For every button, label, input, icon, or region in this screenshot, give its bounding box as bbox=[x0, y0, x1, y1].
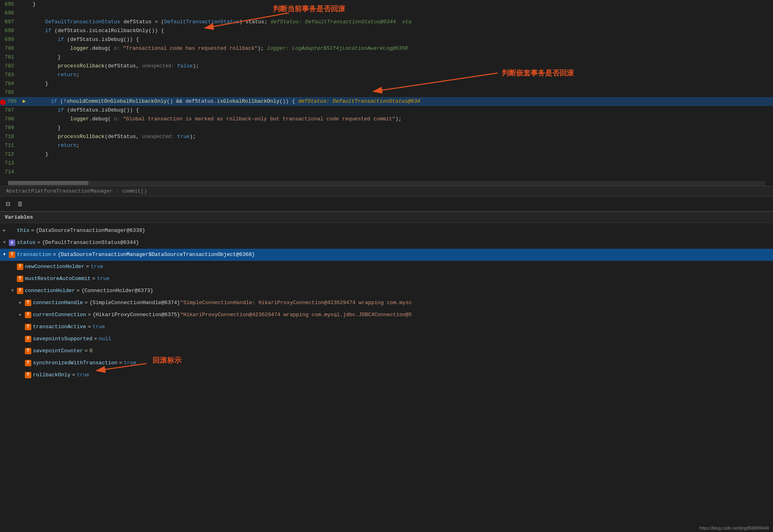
footer-url: https://blog.csdn.net/jing956899449 bbox=[699, 526, 769, 530]
toolbar-icon-1[interactable]: ⊟ bbox=[4, 200, 12, 208]
code-line-697: 697 DefaultTransactionStatus defStatus =… bbox=[0, 18, 773, 26]
var-row-connectionHolder[interactable]: ▼ f connectionHolder = {ConnectionHolder… bbox=[0, 285, 773, 297]
var-row-transactionActive[interactable]: f transactionActive = true bbox=[0, 321, 773, 333]
variable-tree: ▶ this = {DataSourceTransactionManager@6… bbox=[0, 223, 773, 383]
editor-scrollbar[interactable] bbox=[8, 181, 765, 186]
breakpoint-icon bbox=[0, 99, 6, 105]
var-row-savepointCounter[interactable]: f savepointCounter = 0 bbox=[0, 345, 773, 357]
var-row-transaction[interactable]: ▼ f transaction = {DataSourceTransaction… bbox=[0, 249, 773, 261]
toolbar-icon-2[interactable]: ≣ bbox=[16, 200, 24, 208]
breadcrumb-method: commit() bbox=[122, 188, 147, 194]
code-line-695: 695 } bbox=[0, 0, 773, 9]
breadcrumb-class: AbstractPlatformTransactionManager bbox=[6, 188, 112, 194]
variables-header: Variables bbox=[0, 212, 773, 223]
code-line-699: 699 if (defStatus.isDebug()) { bbox=[0, 35, 773, 44]
var-row-currentConnection[interactable]: ▶ f currentConnection = {HikariProxyConn… bbox=[0, 309, 773, 321]
code-line-704: 704 } bbox=[0, 79, 773, 88]
code-line-706: 706 ▶ if (!shouldCommitOnGlobalRollbackO… bbox=[0, 97, 773, 106]
debug-toolbar: ⊟ ≣ bbox=[0, 196, 773, 211]
code-line-714: 714 bbox=[0, 168, 773, 177]
var-row-rollbackOnly[interactable]: f rollbackOnly = true bbox=[0, 369, 773, 381]
code-line-702: 702 processRollback(defStatus, unexpecte… bbox=[0, 62, 773, 71]
code-line-709: 709 } bbox=[0, 124, 773, 132]
code-line-713: 713 bbox=[0, 159, 773, 168]
var-row-newConnectionHolder[interactable]: f newConnectionHolder = true bbox=[0, 261, 773, 273]
code-line-698: 698 if (defStatus.isLocalRollbackOnly())… bbox=[0, 26, 773, 35]
code-line-696: 696 bbox=[0, 9, 773, 18]
var-row-status[interactable]: ▼ p status = {DefaultTransactionStatus@6… bbox=[0, 237, 773, 249]
variables-panel: Variables ▶ this = {DataSourceTransactio… bbox=[0, 211, 773, 412]
code-line-700: 700 logger.debug( o: "Transactional code… bbox=[0, 44, 773, 53]
code-line-705: 705 bbox=[0, 88, 773, 97]
scrollbar-thumb[interactable] bbox=[8, 181, 88, 185]
code-line-701: 701 } bbox=[0, 53, 773, 62]
code-line-703: 703 return; bbox=[0, 71, 773, 79]
code-line-710: 710 processRollback(defStatus, unexpecte… bbox=[0, 132, 773, 141]
code-line-707: 707 if (defStatus.isDebug()) { bbox=[0, 106, 773, 115]
code-line-711: 711 return; bbox=[0, 141, 773, 150]
var-row-synchronizedWithTransaction[interactable]: f synchronizedWithTransaction = true bbox=[0, 357, 773, 369]
code-line-712: 712 } bbox=[0, 150, 773, 159]
code-editor: 695 } 696 697 DefaultTransactionStatus d… bbox=[0, 0, 773, 181]
breadcrumb: AbstractPlatformTransactionManager › com… bbox=[0, 186, 773, 196]
var-row-savepointsSupported[interactable]: f savepointsSupported = null bbox=[0, 333, 773, 345]
var-row-mustRestoreAutoCommit[interactable]: f mustRestoreAutoCommit = true bbox=[0, 273, 773, 285]
var-row-this[interactable]: ▶ this = {DataSourceTransactionManager@6… bbox=[0, 225, 773, 237]
var-row-connectionHandle[interactable]: ▶ f connectionHandle = {SimpleConnection… bbox=[0, 297, 773, 309]
code-line-708: 708 logger.debug( o: "Global transaction… bbox=[0, 115, 773, 124]
